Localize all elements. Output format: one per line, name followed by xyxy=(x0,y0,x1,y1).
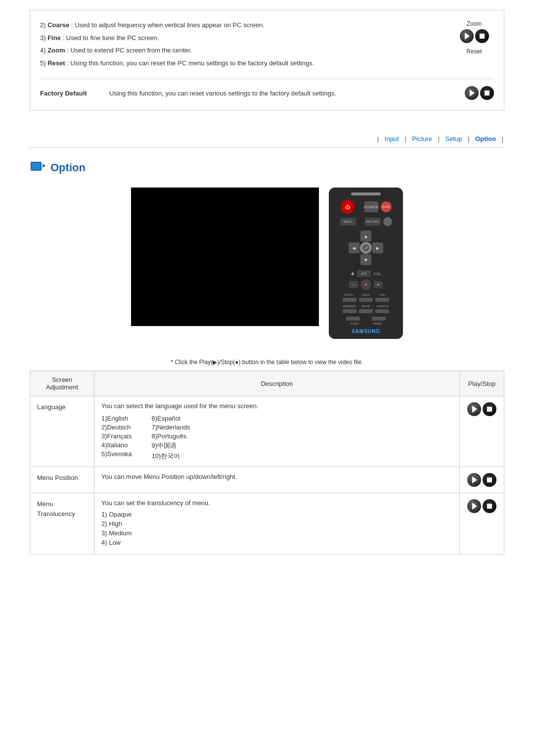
factory-default-row: Factory Default Using this function, you… xyxy=(40,79,494,100)
lang-italiano: 4)Italiano xyxy=(101,441,132,449)
svg-rect-1 xyxy=(32,163,41,170)
menu-translucency-btn-pair xyxy=(467,499,497,513)
translucency-high: 2) High xyxy=(101,520,452,527)
table-row-menu-position: Menu Position You can move Menu Position… xyxy=(30,467,504,493)
remote-control: ⏻ SOURCE AUTO MENU RETURN ▲ ▼ ◄ ► ↺ xyxy=(329,188,403,339)
nav-separator-2: | xyxy=(404,135,406,142)
remote-standard-label: STANDARD xyxy=(341,305,357,308)
nav-separator-1: | xyxy=(377,135,379,142)
remote-source-button[interactable]: SOURCE xyxy=(364,201,378,212)
remote-vol-label: VOL xyxy=(373,272,381,276)
table-row-menu-translucency: MenuTranslucency You can set the translu… xyxy=(30,493,504,555)
remote-still-label: STILL xyxy=(375,293,391,296)
translucency-medium: 3) Medium xyxy=(101,529,452,537)
nav-link-option[interactable]: Option xyxy=(475,135,496,142)
translucency-opaque: 1) Opaque xyxy=(101,511,452,518)
remote-row-psize xyxy=(333,317,399,321)
factory-btn-pair xyxy=(465,86,494,100)
lang-col-left: 1)English 2)Deutsch 3)Français 4)Italian… xyxy=(101,415,132,461)
remote-row-install xyxy=(333,298,399,302)
menu-translucency-label-cell: MenuTranslucency xyxy=(30,493,94,555)
language-desc: You can select the language used for the… xyxy=(101,402,452,410)
nav-link-input[interactable]: Input xyxy=(385,135,399,142)
factory-stop-button[interactable] xyxy=(480,86,494,100)
remote-vol-up[interactable]: + xyxy=(374,281,383,288)
remote-label-row-3: P.SIZE P.MODE xyxy=(347,322,385,325)
remote-row-vol2: - 🔇 + xyxy=(333,279,399,290)
remote-monitor-label: MONITOR xyxy=(375,305,391,308)
nav-link-picture[interactable]: Picture xyxy=(412,135,432,142)
pc-adjustment-list: 2) Coarse : Used to adjust frequency whe… xyxy=(40,20,454,71)
menu-position-stop-button[interactable] xyxy=(483,473,496,487)
menu-position-label: Menu Position xyxy=(37,474,78,481)
remote-label-row-1: INSTALL QUICK STILL xyxy=(341,293,391,296)
remote-quick-button[interactable] xyxy=(359,298,373,302)
remote-center-button[interactable]: ↺ xyxy=(360,242,372,254)
zoom-stop-button[interactable] xyxy=(475,29,489,43)
remote-left-button[interactable]: ◄ xyxy=(349,242,359,253)
lang-chinese: 9)中国语 xyxy=(151,441,190,450)
factory-default-desc: Using this function, you can reset vario… xyxy=(109,90,465,97)
zoom-label: Zoom xyxy=(467,20,482,27)
svg-marker-2 xyxy=(43,164,45,168)
top-section: 2) Coarse : Used to adjust frequency whe… xyxy=(30,10,504,110)
lang-english: 1)English xyxy=(101,415,132,422)
remote-return-circle[interactable] xyxy=(383,217,392,226)
factory-default-buttons xyxy=(465,86,494,100)
lang-nederlands: 7)Nederlands xyxy=(151,424,190,431)
remote-monitor-button[interactable] xyxy=(375,309,389,313)
factory-default-label: Factory Default xyxy=(40,90,99,97)
nav-separator-4: | xyxy=(468,135,469,142)
remote-power-button[interactable]: ⏻ xyxy=(341,200,355,214)
remote-install-button[interactable] xyxy=(343,298,356,302)
remote-row-vol: + EXIT VOL xyxy=(333,270,399,278)
menu-position-btn-pair xyxy=(467,473,497,487)
translucency-low: 4) Low xyxy=(101,539,452,546)
language-play-button[interactable] xyxy=(467,402,481,416)
lang-francais: 3)Français xyxy=(101,432,132,440)
remote-vol-down[interactable]: - xyxy=(349,281,358,288)
nav-link-setup[interactable]: Setup xyxy=(445,135,462,142)
zoom-item: 4) Zoom : Used to extend PC screen from … xyxy=(40,46,454,55)
remote-standard-button[interactable] xyxy=(343,309,356,313)
remote-pmode-label: P.MODE xyxy=(369,322,385,325)
option-section-icon xyxy=(30,160,45,176)
remote-movie-button[interactable] xyxy=(359,309,373,313)
menu-translucency-buttons-cell xyxy=(460,493,504,555)
remote-up-button[interactable]: ▲ xyxy=(360,231,371,241)
remote-mute-button[interactable]: 🔇 xyxy=(360,279,371,290)
table-note: * Click the Play(▶)/Stop(●) button in th… xyxy=(30,359,504,366)
remote-down-button[interactable]: ▼ xyxy=(360,254,371,265)
remote-still-button[interactable] xyxy=(375,298,389,302)
remote-right-button[interactable]: ► xyxy=(372,242,383,253)
zoom-play-button[interactable] xyxy=(460,29,474,43)
video-player xyxy=(131,188,319,326)
remote-psize-label: P.SIZE xyxy=(347,322,362,325)
fine-item: 3) Fine : Used to fine tune the PC scree… xyxy=(40,33,454,43)
remote-pmode-button[interactable] xyxy=(372,317,386,321)
translucency-list: 1) Opaque 2) High 3) Medium 4) Low xyxy=(101,511,452,546)
reset-item: 5) Reset : Using this function, you can … xyxy=(40,58,454,68)
remote-menu-button[interactable]: MENU xyxy=(340,218,356,226)
menu-translucency-stop-button[interactable] xyxy=(483,499,496,513)
menu-position-play-button[interactable] xyxy=(467,473,481,487)
reset-label: Reset xyxy=(466,48,482,55)
remote-return-button[interactable]: RETURN xyxy=(365,218,381,226)
factory-play-button[interactable] xyxy=(465,86,479,100)
menu-translucency-play-button[interactable] xyxy=(467,499,481,513)
language-btn-pair xyxy=(467,402,497,416)
lang-col-right: 6)Español 7)Nederlands 8)Português 9)中国语… xyxy=(151,415,190,461)
menu-translucency-desc-cell: You can set the translucency of menu. 1)… xyxy=(94,493,460,555)
remote-psize-button[interactable] xyxy=(346,317,360,321)
remote-exit-button[interactable]: EXIT xyxy=(357,270,371,277)
option-header: Option xyxy=(30,160,504,176)
remote-install-label: INSTALL xyxy=(341,293,357,296)
remote-row-top: ⏻ SOURCE AUTO xyxy=(333,200,399,214)
nav-separator-3: | xyxy=(438,135,439,142)
remote-auto-button[interactable]: AUTO xyxy=(381,201,392,212)
language-stop-button[interactable] xyxy=(483,402,496,416)
remote-movie-label: MOVIE xyxy=(358,305,374,308)
menu-position-desc: You can move Menu Position up/down/left/… xyxy=(101,473,452,480)
remote-plus-button[interactable]: + xyxy=(351,270,355,278)
language-desc-cell: You can select the language used for the… xyxy=(94,396,460,467)
